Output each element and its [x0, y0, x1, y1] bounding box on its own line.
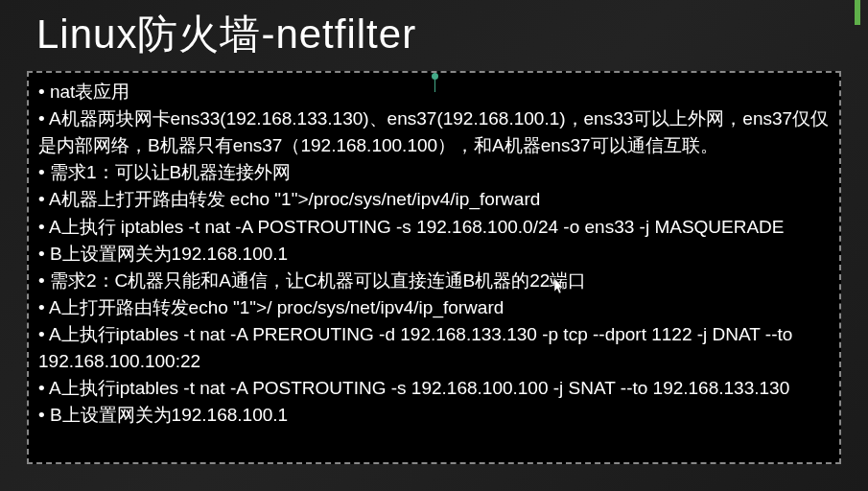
bullet-item: • A上打开路由转发echo "1">/ proc/sys/net/ipv4/i…	[38, 294, 830, 321]
bullet-text: A机器上打开路由转发 echo "1">/proc/sys/net/ipv4/i…	[49, 189, 540, 209]
bullet-text: A上执行iptables -t nat -A POSTROUTING -s 19…	[45, 378, 790, 398]
bullet-text: A上执行iptables -t nat -A PREROUTING -d 192…	[38, 324, 798, 371]
slide-title[interactable]: Linux防火墙-netfilter	[0, 0, 868, 65]
bullet-item: • A上执行iptables -t nat -A POSTROUTING -s …	[38, 375, 830, 402]
slide: Linux防火墙-netfilter • nat表应用 • A机器两块网卡ens…	[0, 0, 868, 491]
bullet-text: A机器两块网卡ens33(192.168.133.130)、ens37(192.…	[38, 108, 829, 155]
bullet-item: • B上设置网关为192.168.100.1	[38, 402, 830, 429]
bullet-item: • A机器上打开路由转发 echo "1">/proc/sys/net/ipv4…	[38, 186, 830, 213]
bullet-text: A上执行 iptables -t nat -A POSTROUTING -s 1…	[49, 217, 785, 237]
bullet-text: nat表应用	[50, 82, 129, 102]
bullet-text: 需求1：可以让B机器连接外网	[50, 162, 291, 182]
bullet-text: B上设置网关为192.168.100.1	[50, 244, 288, 264]
bullet-text: 需求2：C机器只能和A通信，让C机器可以直接连通B机器的22端口	[50, 270, 587, 291]
bullet-item: • A上执行iptables -t nat -A PREROUTING -d 1…	[38, 321, 830, 375]
bullet-item: • A上执行 iptables -t nat -A POSTROUTING -s…	[38, 214, 830, 241]
accent-bar	[855, 0, 860, 25]
rotate-handle-stem	[434, 79, 435, 92]
bullet-item: • 需求1：可以让B机器连接外网	[38, 159, 830, 186]
bullet-text: A上打开路由转发echo "1">/ proc/sys/net/ipv4/ip_…	[49, 297, 504, 317]
bullet-item: • B上设置网关为192.168.100.1	[38, 241, 830, 268]
bullet-item: • A机器两块网卡ens33(192.168.133.130)、ens37(19…	[38, 105, 830, 159]
content-text-box[interactable]: • nat表应用 • A机器两块网卡ens33(192.168.133.130)…	[27, 71, 841, 464]
bullet-item: • 需求2：C机器只能和A通信，让C机器可以直接连通B机器的22端口	[38, 268, 830, 294]
bullet-text: B上设置网关为192.168.100.1	[50, 405, 288, 425]
